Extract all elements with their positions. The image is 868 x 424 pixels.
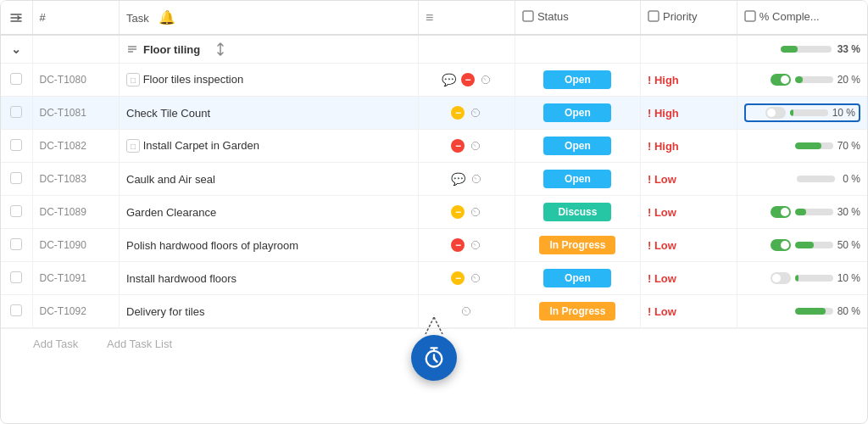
task-row: DC-T1091Install hardwood floors−⏲Open! L…: [1, 262, 867, 295]
priority-value: ! High: [648, 107, 679, 120]
group-toggle[interactable]: ⌄: [1, 35, 32, 64]
task-name: Delivery for tiles: [126, 305, 204, 318]
status-badge[interactable]: Open: [543, 170, 611, 188]
progress-toggle[interactable]: [771, 239, 791, 251]
status-badge[interactable]: In Progress: [539, 302, 615, 321]
task-priority-cell: ! Low: [640, 262, 737, 295]
status-badge[interactable]: Open: [543, 103, 611, 122]
row-checkbox[interactable]: [10, 172, 22, 184]
expand-icon[interactable]: □: [126, 139, 140, 153]
task-status-cell[interactable]: Open: [515, 163, 640, 196]
expand-icon[interactable]: □: [126, 73, 140, 86]
clock-icon[interactable]: ⏲: [480, 73, 492, 86]
task-status-cell[interactable]: Open: [515, 97, 640, 130]
task-status-cell[interactable]: In Progress: [515, 229, 640, 262]
task-name-cell: Polish hardwood floors of playroom: [120, 229, 419, 262]
progress-toggle[interactable]: [771, 206, 791, 218]
task-name: Floor tiles inspection: [143, 73, 244, 86]
status-badge[interactable]: Open: [543, 137, 611, 155]
row-checkbox-cell[interactable]: [1, 163, 32, 196]
priority-exclaim-icon: !: [648, 272, 654, 285]
complete-progress-wrap: 10 %: [744, 103, 860, 122]
task-priority-cell: ! High: [640, 130, 737, 163]
task-row: DC-T1083Caulk and Air seal💬⏲Open! Low0 %: [1, 163, 867, 196]
task-status-cell[interactable]: In Progress: [515, 295, 640, 328]
row-checkbox-cell[interactable]: [1, 64, 32, 97]
status-badge[interactable]: In Progress: [539, 236, 615, 254]
add-task-list-button[interactable]: Add Task List: [107, 338, 172, 350]
add-task-button[interactable]: Add Task: [33, 338, 78, 350]
task-name: Caulk and Air seal: [126, 173, 215, 186]
row-checkbox-cell[interactable]: [1, 295, 32, 328]
group-sort-icon[interactable]: [214, 42, 227, 56]
task-name-cell: □ Install Carpet in Garden: [120, 130, 419, 163]
floating-timer-button[interactable]: [411, 335, 457, 381]
clock-icon[interactable]: ⏲: [470, 238, 481, 252]
task-status-cell[interactable]: Open: [515, 262, 640, 295]
minus-icon[interactable]: −: [451, 139, 465, 153]
chat-icon[interactable]: 💬: [451, 172, 465, 186]
clock-icon[interactable]: ⏲: [470, 271, 481, 285]
priority-exclaim-icon: !: [648, 305, 654, 318]
bell-icon: 🔔: [159, 10, 175, 25]
task-complete-cell: 10 %: [737, 97, 867, 130]
clock-icon[interactable]: ⏲: [470, 205, 481, 219]
minus-icon[interactable]: −: [451, 205, 465, 219]
task-id: DC-T1090: [32, 229, 120, 262]
minus-icon[interactable]: −: [451, 106, 465, 120]
row-checkbox-cell[interactable]: [1, 97, 32, 130]
minus-icon[interactable]: −: [451, 271, 465, 285]
progress-toggle[interactable]: [765, 107, 786, 119]
task-progress-bar: [795, 242, 833, 248]
row-checkbox-cell[interactable]: [1, 130, 32, 163]
row-checkbox[interactable]: [10, 271, 22, 283]
progress-toggle[interactable]: [771, 74, 791, 86]
task-progress-bar: [795, 275, 833, 282]
status-badge[interactable]: Open: [543, 269, 611, 287]
row-checkbox[interactable]: [10, 304, 22, 316]
complete-progress-wrap: 20 %: [744, 74, 860, 86]
row-checkbox[interactable]: [10, 106, 22, 118]
svg-rect-0: [523, 11, 533, 21]
task-row: DC-T1081Check Tile Count−⏲Open! High10 %: [1, 97, 867, 130]
task-progress-bar: [797, 176, 835, 182]
row-checkbox-cell[interactable]: [1, 229, 32, 262]
row-checkbox[interactable]: [10, 205, 22, 217]
clock-icon[interactable]: ⏲: [460, 304, 472, 318]
clock-icon[interactable]: ⏲: [470, 172, 482, 186]
row-checkbox-cell[interactable]: [1, 262, 32, 295]
group-status-cell: [515, 35, 640, 64]
progress-toggle[interactable]: [771, 272, 791, 284]
task-status-cell[interactable]: Discuss: [515, 196, 640, 229]
chat-icon[interactable]: 💬: [442, 73, 456, 86]
group-row: ⌄ Floor tiling: [1, 35, 867, 64]
task-name: Install hardwood floors: [126, 272, 236, 285]
priority-value: ! High: [648, 74, 679, 86]
priority-value: ! Low: [648, 272, 676, 285]
timer-icon: [422, 346, 446, 370]
minus-icon[interactable]: −: [461, 73, 475, 86]
status-badge[interactable]: Discuss: [543, 203, 611, 221]
row-checkbox[interactable]: [10, 139, 22, 151]
row-checkbox[interactable]: [10, 73, 22, 85]
status-col-icon: [522, 10, 534, 22]
clock-icon[interactable]: ⏲: [470, 106, 481, 120]
minus-icon[interactable]: −: [451, 238, 465, 252]
row-checkbox-cell[interactable]: [1, 196, 32, 229]
task-progress-label: 80 %: [837, 305, 860, 317]
clock-icon[interactable]: ⏲: [470, 139, 481, 153]
task-status-cell[interactable]: Open: [515, 130, 640, 163]
task-priority-cell: ! Low: [640, 295, 737, 328]
task-progress-label: 20 %: [837, 74, 860, 86]
collapse-all-header[interactable]: [1, 1, 32, 35]
task-progress-label: 50 %: [837, 239, 860, 251]
task-priority-cell: ! Low: [640, 163, 737, 196]
task-status-cell[interactable]: Open: [515, 64, 640, 97]
row-checkbox[interactable]: [10, 238, 22, 250]
task-row: DC-T1082□ Install Carpet in Garden−⏲Open…: [1, 130, 867, 163]
group-priority-cell: [640, 35, 737, 64]
status-badge[interactable]: Open: [543, 70, 611, 89]
task-name-cell: Garden Clearance: [120, 196, 419, 229]
group-chevron[interactable]: ⌄: [11, 42, 21, 56]
task-progress-label: 0 %: [839, 173, 860, 185]
